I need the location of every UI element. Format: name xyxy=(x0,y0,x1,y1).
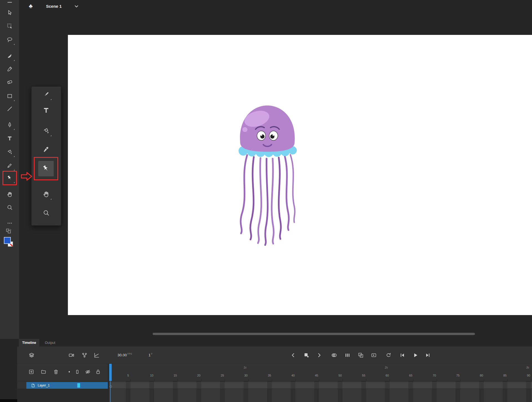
hand-icon xyxy=(42,190,50,198)
scene-bar: ♣ Scene 1 xyxy=(19,0,532,13)
frame-ruler[interactable]: 510152025303540455055606570758085901s2s3… xyxy=(109,364,532,381)
selection-tool[interactable] xyxy=(4,7,16,19)
frame-number-15: 15 xyxy=(173,374,177,377)
pencil-tool[interactable] xyxy=(4,159,16,172)
onion-skin-button[interactable] xyxy=(331,352,337,359)
flyout-text-tool[interactable] xyxy=(39,104,53,117)
layer-color-indicator[interactable] xyxy=(77,383,80,388)
horizontal-scrollbar[interactable] xyxy=(153,333,475,335)
frame-number-35: 35 xyxy=(268,374,271,377)
paint-bucket-tool[interactable] xyxy=(4,146,16,158)
fill-color-swatch[interactable] xyxy=(4,237,11,244)
chevron-right-icon xyxy=(316,352,323,359)
flyout-zoom-tool[interactable] xyxy=(39,206,53,219)
ruler-tick xyxy=(366,379,366,381)
hand-icon xyxy=(6,191,13,198)
frame-number-50: 50 xyxy=(338,374,342,377)
eyedropper-icon xyxy=(42,145,50,153)
step-back-button[interactable] xyxy=(399,352,406,359)
paint-bucket-icon xyxy=(42,127,50,135)
playhead-line[interactable] xyxy=(110,381,111,402)
line-icon xyxy=(6,105,13,112)
ruler-tick xyxy=(131,379,131,381)
rectangle-icon xyxy=(6,93,13,99)
current-frame-unit: F xyxy=(151,352,153,355)
flyout-pen-tool[interactable] xyxy=(39,88,53,101)
eye-slash-icon xyxy=(85,369,91,375)
layer-row[interactable]: Layer_1 xyxy=(26,382,108,389)
new-layer-button[interactable] xyxy=(28,369,34,375)
frame-number-60: 60 xyxy=(385,374,389,377)
scene-title: Scene 1 xyxy=(46,0,62,13)
ruler-tick xyxy=(295,379,296,381)
timeline-left-gutter xyxy=(0,347,17,402)
classic-brush-tool[interactable] xyxy=(4,63,16,75)
playhead-handle[interactable] xyxy=(109,364,112,381)
frame-number-55: 55 xyxy=(362,374,365,377)
layer-depth-button[interactable] xyxy=(93,352,100,359)
lasso-tool[interactable] xyxy=(4,34,16,46)
layer-frames-strip[interactable] xyxy=(109,382,532,389)
fluid-brush-tool[interactable] xyxy=(4,50,16,62)
center-frame-button[interactable] xyxy=(370,352,377,359)
tab-output[interactable]: Output xyxy=(42,339,59,347)
next-keyframe-button[interactable] xyxy=(316,352,323,359)
ruler-tick xyxy=(507,379,508,381)
chevron-left-icon xyxy=(290,352,296,359)
layer-list-empty-area xyxy=(17,389,109,402)
delete-layer-button[interactable] xyxy=(53,369,59,375)
line-tool[interactable] xyxy=(4,103,16,115)
more-tools-button[interactable] xyxy=(4,217,16,229)
hide-column-header[interactable] xyxy=(85,369,91,375)
trash-icon xyxy=(53,369,59,375)
step-back-icon xyxy=(399,352,406,359)
previous-keyframe-button[interactable] xyxy=(290,352,296,359)
eraser-tool[interactable] xyxy=(4,76,16,88)
selection-arrow-icon xyxy=(6,9,13,16)
second-label-3s: 3s xyxy=(526,366,529,369)
camera-icon xyxy=(68,352,75,359)
edit-multiple-frames-button[interactable] xyxy=(357,352,364,359)
swap-colors-button[interactable] xyxy=(6,228,13,235)
paint-bucket-icon xyxy=(6,149,13,155)
frame-rate-display[interactable]: 30.00FPS xyxy=(117,352,132,357)
layer-parenting-button[interactable] xyxy=(81,352,88,359)
play-button[interactable] xyxy=(412,352,419,359)
scene-dropdown-button[interactable] xyxy=(74,4,79,9)
pen-tool[interactable] xyxy=(4,119,16,131)
step-forward-button[interactable] xyxy=(424,352,431,359)
loop-playback-button[interactable] xyxy=(385,352,392,359)
text-tool[interactable] xyxy=(4,132,16,145)
ruler-tick xyxy=(531,379,531,381)
insert-keyframe-button[interactable] xyxy=(303,352,310,359)
tools-panel xyxy=(0,0,19,339)
tab-timeline[interactable]: Timeline xyxy=(19,339,39,347)
add-camera-button[interactable] xyxy=(68,352,75,359)
hand-tool[interactable] xyxy=(4,188,16,200)
stage-canvas[interactable] xyxy=(68,35,532,315)
onion-skin-outlines-button[interactable] xyxy=(344,352,351,359)
ruler-tick xyxy=(225,379,225,381)
outline-column-header[interactable] xyxy=(66,369,72,375)
ellipsis-icon xyxy=(6,220,13,226)
free-transform-tool[interactable] xyxy=(4,20,16,32)
flyout-eyedropper-tool[interactable] xyxy=(39,142,53,156)
ruler-tick xyxy=(342,379,343,381)
rectangle-tool[interactable] xyxy=(4,90,16,102)
pencil-icon xyxy=(6,162,13,169)
callout-arrow xyxy=(19,171,33,182)
lock-column-header[interactable] xyxy=(95,369,101,375)
new-folder-button[interactable] xyxy=(40,369,47,375)
folder-icon xyxy=(40,369,47,375)
camera-column-header[interactable] xyxy=(74,369,80,375)
layers-panel-button[interactable] xyxy=(28,352,35,359)
symbol-icon: ♣ xyxy=(29,3,33,9)
graph-icon xyxy=(93,352,100,359)
flyout-hand-tool[interactable] xyxy=(39,187,53,201)
flyout-paint-bucket-tool[interactable] xyxy=(39,124,53,137)
zoom-tool[interactable] xyxy=(4,201,16,213)
keyframe-icon xyxy=(303,352,310,359)
classic-brush-icon xyxy=(6,66,13,72)
panel-collapse-handle[interactable] xyxy=(7,2,12,3)
play-icon xyxy=(412,352,419,359)
